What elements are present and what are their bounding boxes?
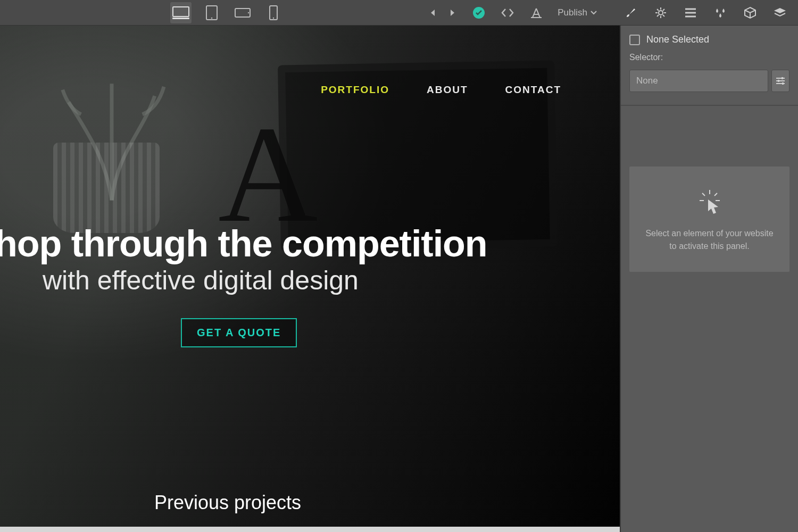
code-icon[interactable] [497, 2, 518, 23]
nav-portfolio[interactable]: PORTFOLIO [321, 84, 389, 96]
placeholder-line2: to activate this panel. [640, 240, 779, 253]
hero-subheadline[interactable]: with effective digital design [43, 265, 359, 296]
layout-lines-icon[interactable] [681, 2, 700, 23]
nav-contact[interactable]: CONTACT [505, 84, 561, 96]
selection-checkbox[interactable] [629, 35, 640, 45]
sliders-icon [776, 77, 785, 85]
workspace: A PORTFOLIO ABOUT CONTACT hop through th… [0, 26, 798, 532]
gear-icon[interactable] [651, 2, 670, 23]
svg-point-7 [273, 17, 274, 18]
svg-point-3 [211, 17, 213, 19]
chevron-down-icon [591, 11, 597, 15]
page-nav: PORTFOLIO ABOUT CONTACT [321, 84, 561, 96]
pointer-click-icon [697, 190, 722, 217]
svg-line-17 [657, 15, 659, 16]
desktop-view-icon[interactable] [170, 2, 192, 23]
svg-rect-27 [782, 82, 784, 85]
cube-icon[interactable] [741, 2, 760, 23]
selector-input-row: None [629, 70, 789, 92]
canvas-area: A PORTFOLIO ABOUT CONTACT hop through th… [0, 26, 620, 532]
nav-about[interactable]: ABOUT [427, 84, 468, 96]
publish-button[interactable]: Publish [554, 5, 600, 20]
placeholder-line1: Select an element of your website [640, 227, 779, 240]
svg-line-30 [714, 193, 717, 196]
svg-point-10 [659, 11, 663, 15]
status-check-icon[interactable] [468, 2, 489, 23]
tablet-view-icon[interactable] [201, 2, 222, 23]
panel-placeholder: Select an element of your website to act… [629, 167, 789, 272]
phone-view-icon[interactable] [263, 2, 284, 23]
top-toolbar: Publish [0, 0, 798, 26]
selector-input[interactable]: None [629, 70, 768, 92]
svg-line-18 [663, 9, 664, 11]
svg-point-5 [248, 12, 249, 13]
pot-decoration [53, 143, 160, 233]
typography-icon[interactable] [526, 2, 547, 23]
publish-label: Publish [558, 7, 587, 18]
svg-line-29 [702, 193, 705, 196]
svg-rect-4 [235, 9, 250, 17]
svg-rect-26 [778, 80, 779, 82]
svg-line-16 [663, 15, 664, 16]
redo-icon[interactable] [439, 2, 461, 23]
panel-divider [621, 105, 798, 106]
svg-rect-0 [173, 7, 189, 16]
section-title[interactable]: Previous projects [154, 492, 301, 514]
toolbar-center: Publish [425, 2, 600, 23]
cta-button[interactable]: GET A QUOTE [181, 318, 297, 347]
svg-rect-25 [782, 77, 783, 79]
selector-settings-button[interactable] [771, 70, 789, 92]
canvas-frame[interactable]: A PORTFOLIO ABOUT CONTACT hop through th… [0, 26, 620, 527]
selector-label: Selector: [629, 53, 789, 62]
style-panel: None Selected Selector: None Select an [620, 26, 798, 532]
hero-headline[interactable]: hop through the competition [0, 222, 487, 265]
viewport-switcher [170, 2, 284, 23]
brush-icon[interactable] [621, 2, 641, 23]
svg-line-15 [657, 9, 659, 11]
stack-icon[interactable] [770, 2, 789, 23]
droplets-icon[interactable] [711, 2, 730, 23]
toolbar-right-tools [621, 2, 789, 23]
svg-rect-1 [172, 18, 189, 19]
selection-row: None Selected [629, 34, 789, 45]
landscape-phone-view-icon[interactable] [232, 2, 253, 23]
none-selected-label: None Selected [646, 34, 709, 45]
